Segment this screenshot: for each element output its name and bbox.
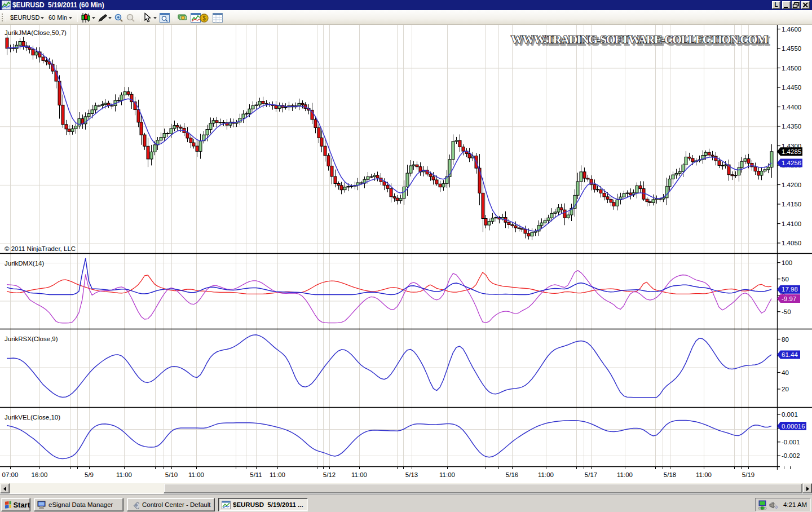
svg-text:40: 40 — [782, 369, 789, 376]
svg-text:11:00: 11:00 — [270, 471, 285, 478]
svg-text:61.44: 61.44 — [782, 351, 798, 358]
svg-text:-50: -50 — [782, 308, 791, 315]
svg-text:1.4450: 1.4450 — [782, 84, 801, 91]
svg-text:1.4550: 1.4550 — [782, 45, 801, 52]
svg-text:-0.001: -0.001 — [782, 439, 800, 445]
svg-text:17.98: 17.98 — [782, 286, 798, 293]
svg-text:16:00: 16:00 — [32, 471, 48, 478]
svg-text:11:00: 11:00 — [439, 471, 455, 478]
svg-text:11:00: 11:00 — [351, 471, 367, 478]
svg-text:1.4350: 1.4350 — [782, 123, 801, 130]
svg-text:1.4400: 1.4400 — [782, 104, 801, 111]
svg-text:5/16: 5/16 — [506, 471, 518, 478]
svg-text:20: 20 — [782, 386, 789, 392]
svg-text:80: 80 — [782, 336, 789, 343]
svg-text:100: 100 — [782, 259, 792, 266]
svg-text:WWW.TRADING-SOFTWARE-COLLECTIO: WWW.TRADING-SOFTWARE-COLLECTION.COM — [511, 33, 768, 46]
svg-text:JurikVEL(Close,10): JurikVEL(Close,10) — [5, 414, 60, 421]
svg-text:0.00016: 0.00016 — [782, 423, 805, 430]
svg-text:1.4100: 1.4100 — [782, 220, 801, 227]
svg-text:5/9: 5/9 — [85, 471, 94, 478]
svg-text:11:00: 11:00 — [538, 471, 554, 478]
svg-text:1.4285: 1.4285 — [782, 148, 801, 155]
svg-text:-9.97: -9.97 — [782, 295, 796, 302]
svg-text:11:00: 11:00 — [116, 471, 132, 478]
svg-text:1.4256: 1.4256 — [782, 160, 801, 166]
svg-text:1.4600: 1.4600 — [782, 26, 801, 33]
svg-text:5/10: 5/10 — [165, 471, 178, 478]
svg-text:5/12: 5/12 — [323, 471, 336, 478]
svg-text:5/13: 5/13 — [405, 471, 418, 478]
svg-text:11:00: 11:00 — [617, 471, 633, 478]
svg-text:50: 50 — [782, 276, 789, 283]
svg-text:5/11: 5/11 — [250, 471, 262, 478]
svg-text:1.4500: 1.4500 — [782, 65, 801, 72]
svg-text:JurikJMA(Close,50,7): JurikJMA(Close,50,7) — [5, 29, 67, 36]
svg-text:11:00: 11:00 — [188, 471, 204, 478]
svg-text:JurikDMX(14): JurikDMX(14) — [5, 260, 44, 267]
svg-text:07:00: 07:00 — [2, 471, 19, 478]
svg-text:11:00: 11:00 — [696, 471, 712, 478]
svg-text:1.4200: 1.4200 — [782, 182, 801, 188]
svg-text:JurikRSX(Close,9): JurikRSX(Close,9) — [5, 336, 58, 342]
svg-text:-0.002: -0.002 — [782, 452, 800, 459]
svg-text:0.001: 0.001 — [782, 411, 798, 418]
svg-text:1.4150: 1.4150 — [782, 201, 801, 208]
svg-text:5/17: 5/17 — [585, 471, 597, 478]
svg-text:5/19: 5/19 — [742, 471, 754, 478]
svg-text:1.4050: 1.4050 — [782, 240, 801, 246]
svg-text:© 2011 NinjaTrader, LLC: © 2011 NinjaTrader, LLC — [5, 245, 76, 252]
svg-text:5/18: 5/18 — [664, 471, 676, 478]
svg-text:$: $ — [202, 15, 206, 21]
